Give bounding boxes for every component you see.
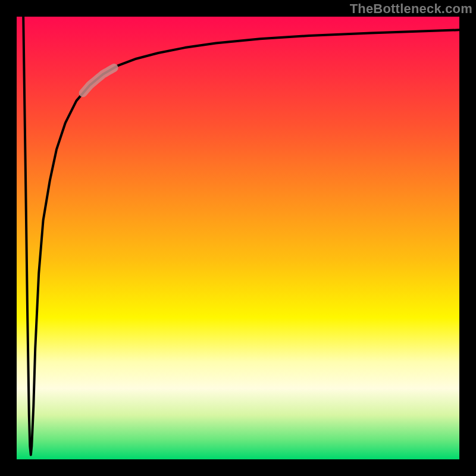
bottleneck-chart xyxy=(0,0,476,476)
watermark-text: TheBottleneck.com xyxy=(350,1,472,17)
chart-frame: { "watermark": "TheBottleneck.com", "col… xyxy=(0,0,476,476)
plot-area xyxy=(17,17,459,459)
